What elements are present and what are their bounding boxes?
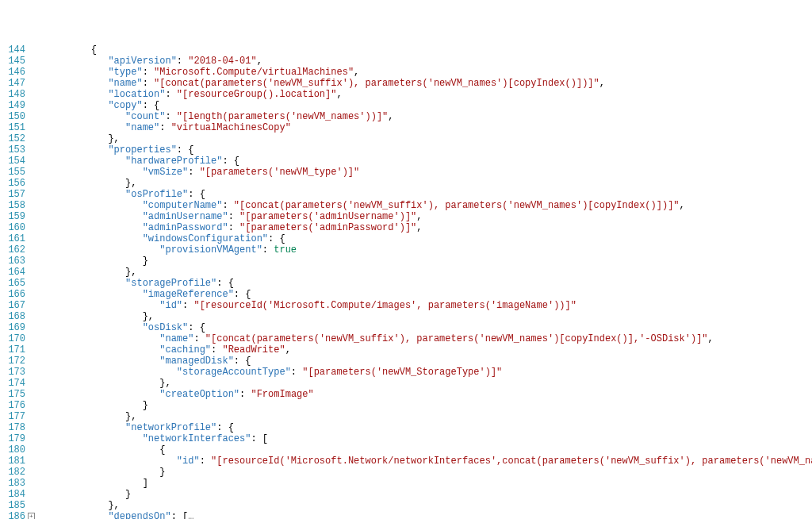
code-line[interactable]: "location": "[resourceGroup().location]"… bbox=[40, 89, 812, 100]
line-number: 178 bbox=[0, 422, 25, 433]
line-number: 170 bbox=[0, 333, 25, 344]
code-line[interactable]: "adminUsername": "[parameters('adminUser… bbox=[40, 211, 812, 222]
code-line[interactable]: "osProfile": { bbox=[40, 189, 812, 200]
code-line[interactable]: "managedDisk": { bbox=[40, 356, 812, 367]
code-line[interactable]: }, bbox=[40, 311, 812, 322]
line-number: 175 bbox=[0, 389, 25, 400]
code-line[interactable]: "name": "virtualMachinesCopy" bbox=[40, 122, 812, 133]
line-number: 183 bbox=[0, 478, 25, 489]
code-line[interactable]: ] bbox=[40, 478, 812, 489]
code-line[interactable]: } bbox=[40, 489, 812, 500]
line-number: 151 bbox=[0, 122, 25, 133]
line-number: 150 bbox=[0, 111, 25, 122]
code-editor[interactable]: 1441451461471481491501511521531541551561… bbox=[0, 44, 812, 519]
code-line[interactable]: "hardwareProfile": { bbox=[40, 156, 812, 167]
line-number: 176 bbox=[0, 400, 25, 411]
code-line[interactable]: "id": "[resourceId('Microsoft.Network/ne… bbox=[40, 456, 812, 467]
code-line[interactable]: "apiVersion": "2018-04-01", bbox=[40, 56, 812, 67]
line-number: 182 bbox=[0, 467, 25, 478]
line-number: 157 bbox=[0, 189, 25, 200]
line-number: 185 bbox=[0, 500, 25, 511]
line-number: 174 bbox=[0, 378, 25, 389]
code-line[interactable]: "name": "[concat(parameters('newVM_suffi… bbox=[40, 333, 812, 344]
code-line[interactable]: }, bbox=[40, 500, 812, 511]
line-number: 168 bbox=[0, 311, 25, 322]
code-line[interactable]: } bbox=[40, 467, 812, 478]
line-number: 153 bbox=[0, 144, 25, 156]
line-number: 149 bbox=[0, 100, 25, 111]
line-number: 177 bbox=[0, 411, 25, 422]
code-line[interactable]: "computerName": "[concat(parameters('new… bbox=[40, 200, 812, 211]
code-line[interactable]: }, bbox=[40, 267, 812, 278]
line-number: 162 bbox=[0, 244, 25, 256]
line-number: 163 bbox=[0, 256, 25, 267]
code-line[interactable]: "networkProfile": { bbox=[40, 422, 812, 433]
code-line[interactable]: "provisionVMAgent": true bbox=[40, 244, 812, 256]
line-number: 159 bbox=[0, 211, 25, 222]
code-line[interactable]: }, bbox=[40, 133, 812, 144]
line-number: 167 bbox=[0, 300, 25, 311]
code-line[interactable]: "dependsOn": [… bbox=[40, 511, 812, 519]
line-number: 158 bbox=[0, 200, 25, 211]
fold-column: ++ bbox=[27, 44, 36, 519]
code-line[interactable]: "caching": "ReadWrite", bbox=[40, 344, 812, 356]
code-line[interactable]: "id": "[resourceId('Microsoft.Compute/im… bbox=[40, 300, 812, 311]
line-number: 173 bbox=[0, 367, 25, 378]
line-number: 155 bbox=[0, 167, 25, 178]
code-line[interactable]: "storageProfile": { bbox=[40, 278, 812, 289]
code-line[interactable]: } bbox=[40, 256, 812, 267]
line-number: 186 bbox=[0, 511, 25, 519]
code-line[interactable]: "networkInterfaces": [ bbox=[40, 433, 812, 444]
line-number: 171 bbox=[0, 344, 25, 356]
code-line[interactable]: { bbox=[40, 44, 812, 56]
code-line[interactable]: "copy": { bbox=[40, 100, 812, 111]
code-line[interactable]: } bbox=[40, 400, 812, 411]
line-number: 184 bbox=[0, 489, 25, 500]
code-line[interactable]: "windowsConfiguration": { bbox=[40, 233, 812, 244]
code-line[interactable]: "count": "[length(parameters('newVM_name… bbox=[40, 111, 812, 122]
line-number: 165 bbox=[0, 278, 25, 289]
line-number: 181 bbox=[0, 456, 25, 467]
code-line[interactable]: { bbox=[40, 444, 812, 456]
code-line[interactable]: "imageReference": { bbox=[40, 289, 812, 300]
code-line[interactable]: "type": "Microsoft.Compute/virtualMachin… bbox=[40, 67, 812, 78]
line-number: 152 bbox=[0, 133, 25, 144]
line-number: 156 bbox=[0, 178, 25, 189]
line-number: 169 bbox=[0, 322, 25, 333]
line-number: 161 bbox=[0, 233, 25, 244]
line-number: 179 bbox=[0, 433, 25, 444]
line-number: 148 bbox=[0, 89, 25, 100]
code-line[interactable]: "osDisk": { bbox=[40, 322, 812, 333]
line-number: 145 bbox=[0, 56, 25, 67]
line-number: 172 bbox=[0, 356, 25, 367]
line-number: 147 bbox=[0, 78, 25, 89]
line-number: 144 bbox=[0, 44, 25, 56]
line-number-gutter: 1441451461471481491501511521531541551561… bbox=[0, 44, 27, 519]
code-line[interactable]: }, bbox=[40, 178, 812, 189]
line-number: 164 bbox=[0, 267, 25, 278]
code-line[interactable]: }, bbox=[40, 411, 812, 422]
code-line[interactable]: "adminPassword": "[parameters('adminPass… bbox=[40, 222, 812, 233]
line-number: 154 bbox=[0, 156, 25, 167]
code-line[interactable]: "vmSize": "[parameters('newVM_type')]" bbox=[40, 167, 812, 178]
code-content[interactable]: { "apiVersion": "2018-04-01", "type": "M… bbox=[36, 44, 812, 519]
code-line[interactable]: "createOption": "FromImage" bbox=[40, 389, 812, 400]
line-number: 166 bbox=[0, 289, 25, 300]
code-line[interactable]: "name": "[concat(parameters('newVM_suffi… bbox=[40, 78, 812, 89]
line-number: 146 bbox=[0, 67, 25, 78]
code-line[interactable]: "properties": { bbox=[40, 144, 812, 156]
line-number: 180 bbox=[0, 444, 25, 456]
line-number: 160 bbox=[0, 222, 25, 233]
code-line[interactable]: "storageAccountType": "[parameters('newV… bbox=[40, 367, 812, 378]
fold-toggle-collapsed[interactable]: + bbox=[28, 513, 35, 519]
code-line[interactable]: }, bbox=[40, 378, 812, 389]
